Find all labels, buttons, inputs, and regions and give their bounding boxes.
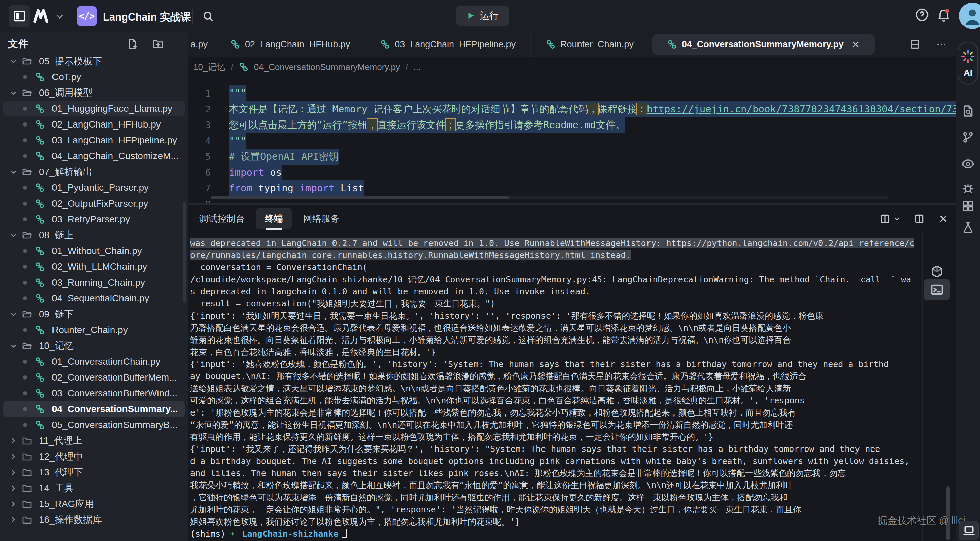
terminal-line: was deprecated in LangChain 0.2.7 and wi… bbox=[190, 237, 922, 249]
tree-folder-16_操作数据库[interactable]: 16_操作数据库 bbox=[3, 512, 185, 528]
chevron-right-icon[interactable] bbox=[10, 500, 18, 508]
close-panel-icon[interactable] bbox=[938, 214, 948, 224]
code-line-2[interactable]: 2本文件是【记忆：通过 Memory 记住客户上次买花时的对话细节】章节的配套代… bbox=[188, 101, 956, 117]
search-icon[interactable] bbox=[202, 10, 214, 22]
terminal-prompt[interactable]: (shims)➜LangChain-shizhanke bbox=[190, 528, 922, 540]
close-tab-icon[interactable] bbox=[852, 40, 860, 48]
help-icon[interactable] bbox=[915, 7, 929, 22]
tree-folder-06_调用模型[interactable]: 06_调用模型 bbox=[3, 85, 185, 100]
split-editor-icon[interactable] bbox=[909, 39, 921, 50]
new-file-icon[interactable] bbox=[126, 38, 138, 50]
terminal-output[interactable]: was deprecated in LangChain 0.2.7 and wi… bbox=[188, 232, 922, 541]
chevron-down-icon[interactable] bbox=[10, 231, 18, 239]
user-avatar[interactable] bbox=[959, 3, 980, 29]
chevron-right-icon[interactable] bbox=[10, 452, 18, 461]
code-line-3[interactable]: 3您可以点击最上方的“运行”按钮，直接运行该文件；更多操作指引请参考Readme… bbox=[188, 117, 956, 133]
file-status-dot bbox=[23, 107, 27, 111]
breadcrumb-more[interactable]: ... bbox=[413, 62, 421, 72]
tree-folder-13_代理下[interactable]: 13_代理下 bbox=[3, 464, 185, 480]
ai-assistant-button[interactable]: AI bbox=[958, 42, 978, 85]
tree-file-01_HugggingFace_Llama.py[interactable]: 01_HugggingFace_Llama.py bbox=[3, 100, 185, 116]
tree-file-01_ConversationChain.py[interactable]: 01_ConversationChain.py bbox=[3, 353, 185, 369]
editor-tab-04_ConversationSummaryMemory.py[interactable]: 04_ConversationSummaryMemory.py bbox=[652, 34, 875, 54]
editor-tab-02_LangChain_HFHub.py[interactable]: 02_LangChain_HFHub.py bbox=[215, 32, 365, 57]
more-actions-icon[interactable] bbox=[935, 39, 947, 50]
chevron-right-icon[interactable] bbox=[10, 437, 18, 445]
tree-folder-11_代理上[interactable]: 11_代理上 bbox=[3, 433, 185, 449]
tree-file-02_OutputFixParser.py[interactable]: 02_OutputFixParser.py bbox=[3, 196, 185, 211]
tree-folder-08_链上[interactable]: 08_链上 bbox=[3, 227, 185, 243]
chevron-right-icon[interactable] bbox=[10, 516, 18, 524]
chevron-down-icon[interactable] bbox=[10, 89, 18, 97]
breadcrumb-file[interactable]: 04_ConversationSummaryMemory.py bbox=[254, 62, 400, 72]
divider bbox=[192, 9, 193, 24]
run-button[interactable]: 运行 bbox=[457, 6, 509, 25]
new-folder-icon[interactable] bbox=[152, 38, 165, 50]
sidebar-scrollbar[interactable] bbox=[183, 202, 186, 303]
code-line-7[interactable]: 7from typing import List bbox=[188, 180, 956, 196]
tree-file-02_LangChain_HFHub.py[interactable]: 02_LangChain_HFHub.py bbox=[3, 116, 185, 132]
tree-folder-05_提示模板下[interactable]: 05_提示模板下 bbox=[3, 53, 185, 69]
eye-icon[interactable] bbox=[956, 157, 980, 171]
bug-icon[interactable] bbox=[956, 182, 980, 195]
sidebar-toggle-button[interactable] bbox=[9, 5, 30, 27]
file-search-icon[interactable] bbox=[956, 104, 980, 118]
tree-file-02_ConversationBufferMem...[interactable]: 02_ConversationBufferMem... bbox=[3, 369, 185, 385]
panel-tab-调试控制台[interactable]: 调试控制台 bbox=[191, 208, 253, 229]
code-line-5[interactable]: 5# 设置OpenAI API密钥 bbox=[188, 149, 956, 164]
split-panel-right-icon[interactable] bbox=[914, 213, 925, 224]
breadcrumb-folder[interactable]: 10_记忆 bbox=[193, 61, 225, 73]
tree-folder-10_记忆[interactable]: 10_记忆 bbox=[3, 338, 185, 353]
tree-folder-07_解析输出[interactable]: 07_解析输出 bbox=[3, 164, 185, 180]
tree-file-03_LangChain_HFPipeline.py[interactable]: 03_LangChain_HFPipeline.py bbox=[3, 132, 185, 148]
chevron-down-icon[interactable] bbox=[10, 168, 18, 176]
terminal-line: s deprecated in langchain 0.1.0 and will… bbox=[190, 286, 922, 298]
chevron-down-icon[interactable] bbox=[10, 310, 18, 318]
flask-icon[interactable] bbox=[956, 221, 980, 234]
terminal-scrollbar[interactable] bbox=[947, 487, 950, 540]
tree-file-04_ConversationSummary...[interactable]: 04_ConversationSummary... bbox=[3, 401, 185, 417]
notification-bell-icon[interactable] bbox=[936, 7, 951, 22]
tree-file-Rounter_Chain.py[interactable]: Rounter_Chain.py bbox=[3, 322, 185, 338]
tree-file-01_Pydantic_Parser.py[interactable]: 01_Pydantic_Parser.py bbox=[3, 180, 185, 196]
remote-device-button[interactable] bbox=[959, 521, 978, 540]
tree-file-02_With_LLMChain.py[interactable]: 02_With_LLMChain.py bbox=[3, 259, 185, 275]
code-editor[interactable]: 1"""2本文件是【记忆：通过 Memory 记住客户上次买花时的对话细节】章节… bbox=[188, 77, 956, 203]
tree-file-05_ConversationSummaryB...[interactable]: 05_ConversationSummaryB... bbox=[3, 417, 185, 433]
chevron-down-icon[interactable] bbox=[10, 57, 18, 65]
chevron-right-icon[interactable] bbox=[10, 484, 18, 492]
chevron-right-icon[interactable] bbox=[10, 468, 18, 476]
code-line-4[interactable]: 4""" bbox=[188, 133, 956, 149]
tree-folder-12_代理中[interactable]: 12_代理中 bbox=[3, 449, 185, 464]
project-chevron-down-icon[interactable] bbox=[175, 11, 185, 22]
tree-folder-15_RAG应用[interactable]: 15_RAG应用 bbox=[3, 496, 185, 512]
grid-icon[interactable] bbox=[956, 199, 980, 213]
tree-file-03_Running_Chain.py[interactable]: 03_Running_Chain.py bbox=[3, 275, 185, 290]
editor-tab-Rounter_Chain.py[interactable]: Rounter_Chain.py bbox=[531, 32, 649, 57]
file-label: 01_ConversationChain.py bbox=[52, 356, 160, 367]
panel-tab-网络服务[interactable]: 网络服务 bbox=[294, 208, 348, 229]
app-logo-icon[interactable] bbox=[31, 7, 52, 25]
file-label: 02_ConversationBufferMem... bbox=[52, 372, 177, 383]
panel-tab-终端[interactable]: 终端 bbox=[256, 208, 292, 229]
chevron-down-icon[interactable] bbox=[54, 11, 65, 22]
split-panel-button[interactable] bbox=[880, 213, 900, 224]
file-label: 04_ConversationSummary... bbox=[52, 404, 178, 414]
package-icon[interactable]: $ bbox=[923, 264, 951, 278]
tree-folder-09_链下[interactable]: 09_链下 bbox=[3, 306, 185, 322]
terminal-icon[interactable] bbox=[924, 279, 950, 300]
git-branch-icon[interactable] bbox=[956, 130, 980, 144]
tree-file-04_LangChain_CustomizeM...[interactable]: 04_LangChain_CustomizeM... bbox=[3, 148, 185, 164]
horizontal-scrollbar[interactable] bbox=[211, 196, 888, 199]
tree-file-03_RetryParser.py[interactable]: 03_RetryParser.py bbox=[3, 211, 185, 227]
editor-tab-03_LangChain_HFPipeline.py[interactable]: 03_LangChain_HFPipeline.py bbox=[365, 32, 531, 57]
tree-file-CoT.py[interactable]: CoT.py bbox=[3, 69, 185, 85]
code-line-1[interactable]: 1""" bbox=[188, 86, 956, 101]
tree-folder-14_工具[interactable]: 14_工具 bbox=[3, 480, 185, 496]
tree-file-01_Without_Chain.py[interactable]: 01_Without_Chain.py bbox=[3, 243, 185, 259]
tree-file-03_ConversationBufferWind...[interactable]: 03_ConversationBufferWind... bbox=[3, 385, 185, 401]
editor-tab-a.py[interactable]: a.py bbox=[188, 32, 215, 57]
code-line-6[interactable]: 6import os bbox=[188, 164, 956, 180]
chevron-down-icon[interactable] bbox=[10, 342, 18, 350]
tree-file-04_SequentialChain.py[interactable]: 04_SequentialChain.py bbox=[3, 290, 185, 306]
